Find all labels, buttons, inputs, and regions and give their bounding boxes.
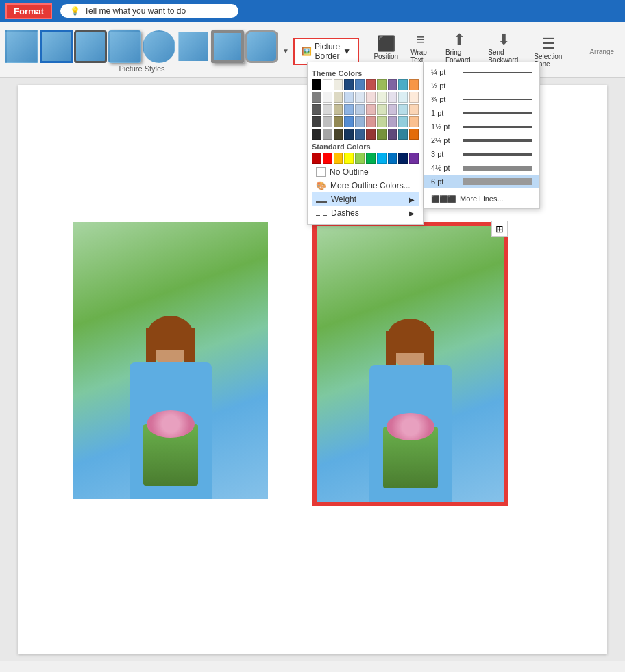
- theme-color-swatch[interactable]: [377, 129, 387, 140]
- style-thumb-5[interactable]: [143, 30, 175, 63]
- weight-line: [463, 166, 532, 171]
- theme-color-swatch[interactable]: [312, 129, 321, 140]
- photo-left[interactable]: [73, 222, 268, 499]
- theme-color-swatch[interactable]: [388, 129, 397, 140]
- style-thumb-7[interactable]: [211, 30, 244, 63]
- theme-color-swatch[interactable]: [344, 92, 354, 103]
- pt-separator: [424, 190, 539, 190]
- weight-3pt[interactable]: 3 pt: [424, 147, 539, 161]
- weight-0.25pt[interactable]: ¼ pt: [424, 65, 539, 79]
- style-thumb-8[interactable]: [245, 30, 278, 63]
- theme-color-swatch[interactable]: [409, 92, 419, 103]
- style-thumb-1[interactable]: [5, 30, 38, 63]
- theme-color-swatch[interactable]: [409, 116, 419, 127]
- theme-color-swatch[interactable]: [334, 79, 343, 90]
- theme-color-swatch[interactable]: [388, 92, 397, 103]
- more-lines-item[interactable]: ⬛⬛⬛ More Lines...: [424, 192, 539, 206]
- weight-submenu: ¼ pt ½ pt ¾ pt 1 pt 1½ pt 2¼ pt 3 pt 4½ …: [424, 62, 540, 209]
- flowers-left: [143, 424, 198, 486]
- theme-color-swatch[interactable]: [388, 116, 397, 127]
- theme-color-swatch[interactable]: [366, 104, 376, 115]
- theme-color-swatch[interactable]: [334, 129, 343, 140]
- theme-color-swatch[interactable]: [377, 104, 387, 115]
- no-outline-item[interactable]: No Outline: [312, 165, 419, 179]
- theme-color-swatch[interactable]: [355, 116, 365, 127]
- theme-color-swatch[interactable]: [323, 79, 332, 90]
- photo-right[interactable]: [312, 222, 508, 506]
- theme-color-swatch[interactable]: [323, 92, 332, 103]
- theme-color-swatch[interactable]: [344, 79, 354, 90]
- picture-border-arrow: ▼: [343, 47, 351, 56]
- theme-color-swatch[interactable]: [323, 104, 332, 115]
- style-thumb-2[interactable]: [40, 30, 73, 63]
- theme-color-swatch[interactable]: [377, 79, 387, 90]
- std-color-swatch[interactable]: [344, 153, 354, 164]
- style-thumb-6[interactable]: [177, 30, 210, 63]
- weight-4.5pt[interactable]: 4½ pt: [424, 161, 539, 175]
- theme-color-swatch[interactable]: [312, 116, 321, 127]
- theme-color-swatch[interactable]: [355, 92, 365, 103]
- layout-icon[interactable]: ⊞: [491, 221, 508, 237]
- std-color-swatch[interactable]: [388, 153, 397, 164]
- weight-item[interactable]: Weight ▶: [312, 192, 419, 206]
- more-outline-colors-item[interactable]: 🎨 More Outline Colors...: [312, 179, 419, 192]
- weight-1.5pt[interactable]: 1½ pt: [424, 120, 539, 134]
- theme-color-swatch[interactable]: [323, 129, 332, 140]
- theme-color-swatch[interactable]: [398, 92, 408, 103]
- theme-color-swatch[interactable]: [312, 79, 321, 90]
- theme-color-swatch[interactable]: [398, 129, 408, 140]
- theme-color-swatch[interactable]: [377, 116, 387, 127]
- theme-color-swatch[interactable]: [334, 116, 343, 127]
- theme-color-swatch[interactable]: [344, 116, 354, 127]
- tell-me-bar[interactable]: 💡 Tell me what you want to do: [60, 4, 238, 18]
- flowers-right: [383, 427, 438, 488]
- theme-color-swatch[interactable]: [366, 92, 376, 103]
- weight-1pt[interactable]: 1 pt: [424, 106, 539, 120]
- theme-color-swatch[interactable]: [398, 116, 408, 127]
- std-color-swatch[interactable]: [409, 153, 419, 164]
- theme-color-swatch[interactable]: [388, 104, 397, 115]
- theme-color-swatch[interactable]: [344, 129, 354, 140]
- standard-color-row: [312, 153, 419, 164]
- theme-color-swatch[interactable]: [334, 92, 343, 103]
- theme-color-swatch[interactable]: [388, 79, 397, 90]
- theme-color-swatch[interactable]: [409, 79, 419, 90]
- std-color-swatch[interactable]: [334, 153, 343, 164]
- styles-dropdown-arrow[interactable]: ▼: [281, 46, 291, 56]
- theme-color-swatch[interactable]: [344, 104, 354, 115]
- theme-color-swatch[interactable]: [334, 104, 343, 115]
- position-label: Position: [373, 53, 398, 60]
- theme-color-swatch[interactable]: [366, 79, 376, 90]
- theme-color-swatch[interactable]: [366, 116, 376, 127]
- std-color-swatch[interactable]: [323, 153, 332, 164]
- std-color-swatch[interactable]: [312, 153, 321, 164]
- theme-color-swatch[interactable]: [312, 104, 321, 115]
- weight-line: [463, 72, 532, 73]
- theme-color-swatch[interactable]: [398, 104, 408, 115]
- style-thumb-4[interactable]: [108, 30, 141, 63]
- std-color-swatch[interactable]: [366, 153, 376, 164]
- position-icon: ⬛: [377, 35, 395, 53]
- style-thumb-3[interactable]: [74, 30, 107, 63]
- theme-color-swatch[interactable]: [398, 79, 408, 90]
- weight-0.75pt[interactable]: ¾ pt: [424, 92, 539, 106]
- weight-6pt[interactable]: 6 pt: [424, 175, 539, 188]
- std-color-swatch[interactable]: [398, 153, 408, 164]
- weight-label-0.25: ¼ pt: [431, 68, 457, 76]
- theme-color-swatch[interactable]: [366, 129, 376, 140]
- theme-color-swatch[interactable]: [377, 92, 387, 103]
- theme-color-swatch[interactable]: [355, 104, 365, 115]
- picture-border-button[interactable]: 🖼️ Picture Border ▼: [293, 38, 359, 65]
- theme-color-swatch[interactable]: [312, 92, 321, 103]
- format-button[interactable]: Format: [5, 3, 52, 19]
- dashes-item[interactable]: Dashes ▶: [312, 206, 419, 220]
- theme-color-swatch[interactable]: [409, 104, 419, 115]
- std-color-swatch[interactable]: [355, 153, 365, 164]
- theme-color-swatch[interactable]: [323, 116, 332, 127]
- std-color-swatch[interactable]: [377, 153, 387, 164]
- theme-color-swatch[interactable]: [355, 129, 365, 140]
- weight-2.25pt[interactable]: 2¼ pt: [424, 134, 539, 147]
- theme-color-swatch[interactable]: [409, 129, 419, 140]
- weight-0.5pt[interactable]: ½ pt: [424, 79, 539, 92]
- theme-color-swatch[interactable]: [355, 79, 365, 90]
